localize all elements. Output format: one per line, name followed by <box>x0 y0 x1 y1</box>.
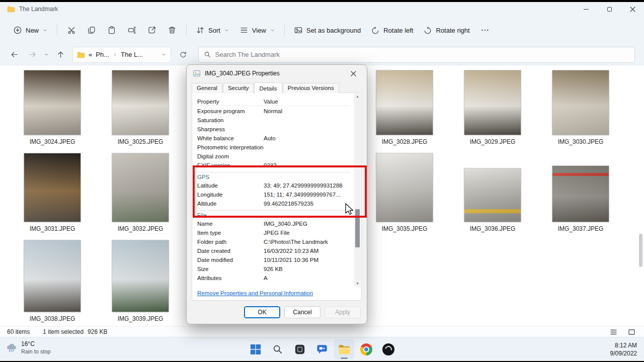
paste-button[interactable] <box>102 21 122 39</box>
property-row[interactable]: Digital zoom <box>197 152 350 161</box>
property-row[interactable]: White balanceAuto <box>197 134 350 143</box>
file-item[interactable]: IMG_3038.JPEG <box>15 240 90 322</box>
breadcrumb[interactable]: « Ph... The L... <box>72 47 171 63</box>
property-name: Date created <box>197 248 264 254</box>
property-row[interactable]: Folder pathC:\Photos\The Landmark <box>197 237 350 246</box>
ok-button[interactable]: OK <box>244 306 280 318</box>
maximize-button[interactable] <box>598 2 621 16</box>
thumbnail-view-button[interactable] <box>626 327 637 337</box>
share-button[interactable] <box>142 21 162 39</box>
delete-button[interactable] <box>162 21 182 39</box>
property-row[interactable]: NameIMG_3040.JPEG <box>197 219 350 228</box>
minimize-button[interactable] <box>575 2 598 16</box>
property-row[interactable]: AttributesA <box>197 274 350 283</box>
forward-button[interactable] <box>23 47 41 63</box>
taskbar-clock[interactable]: 8:12 AM 9/09/2022 <box>610 341 637 357</box>
property-row[interactable]: EXIF version0232 <box>197 161 350 170</box>
file-explorer-button[interactable] <box>334 339 354 359</box>
scroll-up-icon[interactable]: ▲ <box>354 94 361 100</box>
property-row[interactable]: Item typeJPEG File <box>197 228 350 237</box>
property-row[interactable]: Saturation <box>197 116 350 125</box>
breadcrumb-item[interactable]: Ph... <box>96 51 109 58</box>
back-arrow-icon <box>10 50 19 59</box>
dialog-scrollbar[interactable]: ▲ ▼ <box>354 94 361 287</box>
scrollbar-thumb[interactable] <box>355 209 360 247</box>
search-box[interactable] <box>198 47 635 63</box>
property-row[interactable]: Size926 KB <box>197 264 350 274</box>
view-icon <box>239 26 249 35</box>
search-icon <box>204 51 211 58</box>
rename-button[interactable] <box>122 21 142 39</box>
content-scrollbar[interactable] <box>639 234 642 267</box>
taskbar-app-dark-button[interactable] <box>290 339 310 359</box>
property-row[interactable]: Exposure programNormal <box>197 107 350 116</box>
thumbnail-frame <box>112 153 169 222</box>
file-item[interactable]: IMG_3030.JPEG <box>543 70 618 145</box>
recent-locations-button[interactable] <box>41 47 51 63</box>
breadcrumb-collapse[interactable]: « <box>89 51 92 58</box>
property-row[interactable]: Latitude33; 49; 27.4299999999931288 <box>197 181 350 190</box>
rotate-right-button[interactable]: Rotate right <box>418 21 474 39</box>
property-value: Auto <box>264 135 350 141</box>
file-item[interactable]: IMG_3039.JPEG <box>103 240 178 322</box>
tab-security[interactable]: Security <box>223 83 254 93</box>
details-view-button[interactable] <box>608 327 619 337</box>
apply-button[interactable]: Apply <box>325 306 361 318</box>
trash-icon <box>168 26 177 35</box>
close-icon <box>630 7 635 12</box>
remove-properties-link[interactable]: Remove Properties and Personal Informati… <box>197 290 313 296</box>
refresh-button[interactable] <box>174 47 192 63</box>
navigation-bar: « Ph... The L... <box>0 44 644 65</box>
property-row[interactable]: Photometric interpretation <box>197 143 350 152</box>
up-button[interactable] <box>51 47 69 63</box>
set-as-background-button[interactable]: Set as background <box>289 21 366 39</box>
property-row[interactable]: Altitude99.4620218579235 <box>197 199 350 208</box>
file-item[interactable]: IMG_3029.JPEG <box>455 70 530 145</box>
scroll-down-icon[interactable]: ▼ <box>354 281 361 287</box>
file-item[interactable]: IMG_3025.JPEG <box>103 70 178 145</box>
file-item[interactable]: IMG_3036.JPEG <box>455 153 530 232</box>
property-row[interactable]: Date modified10/11/2021 10:36 PM <box>197 255 350 264</box>
property-name: Item type <box>197 230 264 236</box>
weather-widget[interactable]: 16°C Rain to stop <box>6 340 51 354</box>
file-item[interactable]: IMG_3035.JPEG <box>367 153 442 232</box>
thumbnail-frame <box>376 70 433 135</box>
close-button[interactable] <box>621 2 644 16</box>
back-button[interactable] <box>5 47 23 63</box>
file-name: IMG_3032.JPEG <box>118 225 164 232</box>
dialog-close-button[interactable] <box>343 66 364 80</box>
file-item[interactable]: IMG_3031.JPEG <box>15 153 90 232</box>
file-item[interactable]: IMG_3037.JPEG <box>543 153 618 232</box>
rotate-left-button[interactable]: Rotate left <box>366 21 418 39</box>
property-name: Latitude <box>197 183 264 189</box>
property-value: 16/03/2022 10:23 AM <box>264 248 350 254</box>
chat-button[interactable] <box>312 339 332 359</box>
view-button[interactable]: View <box>234 21 280 39</box>
thumbnail-frame <box>464 153 521 222</box>
property-row[interactable]: Sharpness <box>197 125 350 134</box>
property-row[interactable]: Date created16/03/2022 10:23 AM <box>197 246 350 255</box>
view-toggles <box>608 326 637 337</box>
see-more-button[interactable] <box>475 21 495 39</box>
cancel-button[interactable]: Cancel <box>284 306 320 318</box>
file-item[interactable]: IMG_3028.JPEG <box>367 70 442 145</box>
file-item[interactable]: IMG_3032.JPEG <box>103 153 178 232</box>
cut-button[interactable] <box>61 21 82 39</box>
sort-button[interactable]: Sort <box>191 21 234 39</box>
chevron-down-icon <box>42 28 48 33</box>
tab-general[interactable]: General <box>192 83 222 93</box>
obs-button[interactable] <box>378 339 398 359</box>
new-button[interactable]: New <box>8 21 53 39</box>
chrome-button[interactable] <box>356 339 376 359</box>
taskbar-search-button[interactable] <box>268 339 288 359</box>
tab-previous-versions[interactable]: Previous Versions <box>283 83 339 93</box>
property-row[interactable]: Longitude151; 11; 47.3499999999767... <box>197 190 350 199</box>
file-item[interactable]: IMG_3024.JPEG <box>15 70 90 145</box>
property-name: Altitude <box>197 201 264 207</box>
tab-details[interactable]: Details <box>254 82 282 94</box>
breadcrumb-dropdown-icon[interactable] <box>161 52 167 57</box>
start-button[interactable] <box>246 339 266 359</box>
copy-button[interactable] <box>82 21 102 39</box>
search-input[interactable] <box>215 51 629 58</box>
breadcrumb-item[interactable]: The L... <box>121 51 143 58</box>
